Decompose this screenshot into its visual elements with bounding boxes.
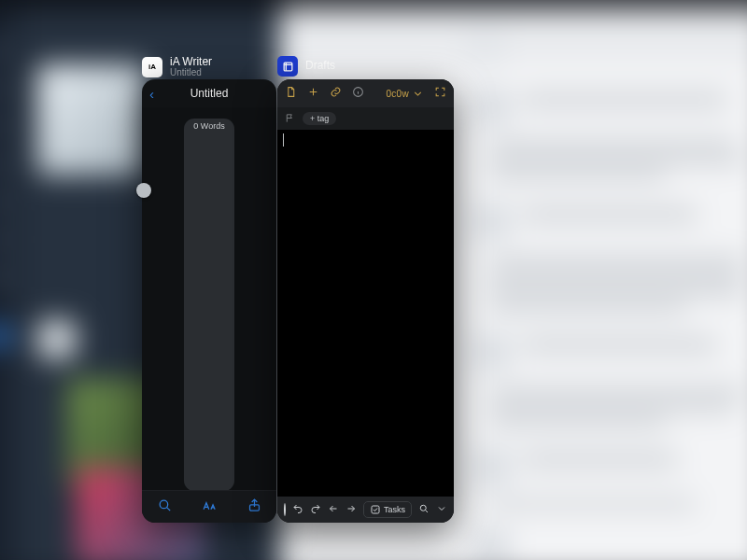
undo-icon: [292, 503, 303, 514]
text-cursor: [283, 133, 284, 147]
add-button[interactable]: [307, 85, 319, 102]
svg-rect-4: [372, 506, 379, 513]
app-chip-ia-writer[interactable]: iA iA Writer Untitled: [142, 56, 212, 77]
share-button[interactable]: [247, 497, 262, 517]
link-icon: [330, 86, 342, 98]
flag-icon: [285, 113, 295, 123]
cursor-left-button[interactable]: [328, 501, 339, 518]
search-button[interactable]: [157, 497, 173, 517]
ia-writer-app-icon: iA: [142, 57, 162, 77]
new-draft-button[interactable]: [285, 85, 297, 102]
plus-icon: [307, 86, 319, 98]
cursor-right-button[interactable]: [345, 501, 357, 518]
redo-button[interactable]: [310, 501, 321, 518]
word-count-badge: 0 Words: [184, 119, 233, 491]
search-icon: [418, 503, 430, 514]
text-size-icon: [202, 497, 218, 513]
share-icon: [247, 497, 262, 513]
expand-icon: [434, 86, 446, 98]
drafts-bottom-toolbar: Tasks: [277, 497, 454, 523]
document-icon: [285, 86, 297, 98]
flag-button[interactable]: [285, 110, 295, 127]
info-button[interactable]: [352, 85, 364, 102]
svg-point-1: [160, 500, 168, 509]
text-format-button[interactable]: [202, 497, 218, 517]
document-title: Untitled: [190, 87, 229, 100]
drafts-app-icon: [277, 56, 298, 77]
drafts-toolbar: 0c0w: [277, 79, 454, 107]
check-square-icon: [370, 504, 381, 515]
ia-editor-area[interactable]: 0 Words: [142, 107, 276, 491]
redo-icon: [310, 503, 321, 514]
focus-mode-button[interactable]: [434, 85, 446, 102]
tasks-button[interactable]: Tasks: [363, 501, 412, 518]
info-icon: [352, 86, 364, 98]
app-chip-subtitle: Untitled: [170, 68, 212, 77]
arrow-right-icon: [345, 503, 357, 514]
drafts-editor-area[interactable]: [277, 130, 454, 497]
hide-keyboard-button[interactable]: [436, 501, 447, 518]
arrow-left-icon: [328, 503, 339, 514]
drafts-tag-bar: + tag: [277, 107, 454, 130]
drafts-window: 0c0w + tag Tasks: [277, 79, 454, 523]
char-word-counter[interactable]: 0c0w: [386, 88, 424, 100]
link-button[interactable]: [330, 85, 342, 102]
record-button[interactable]: [284, 503, 286, 516]
chevron-down-icon: [412, 88, 424, 100]
search-icon: [157, 497, 173, 513]
svg-rect-0: [284, 63, 292, 71]
ia-writer-window: ‹ Untitled 0 Words: [142, 79, 276, 523]
add-tag-button[interactable]: + tag: [303, 112, 336, 125]
app-chip-drafts[interactable]: Drafts: [277, 56, 335, 77]
ia-titlebar: ‹ Untitled: [142, 79, 276, 107]
app-chip-title: Drafts: [305, 60, 335, 72]
undo-button[interactable]: [292, 501, 303, 518]
find-button[interactable]: [418, 501, 430, 518]
split-handle[interactable]: [136, 183, 151, 198]
back-button[interactable]: ‹: [149, 86, 154, 102]
svg-point-5: [420, 505, 426, 511]
chevron-down-icon: [436, 503, 447, 514]
ia-toolbar: [142, 490, 276, 523]
